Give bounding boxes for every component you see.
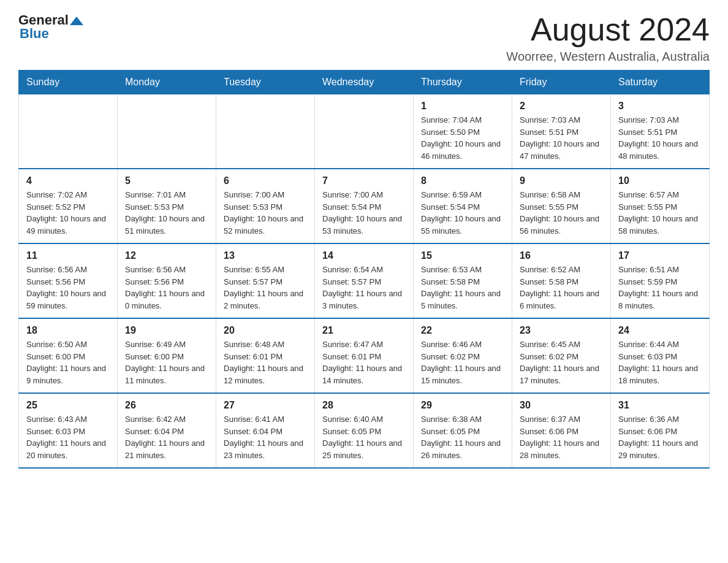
day-number: 16	[520, 250, 603, 261]
day-number: 4	[26, 175, 110, 186]
calendar-day-2: 2Sunrise: 7:03 AMSunset: 5:51 PMDaylight…	[512, 94, 611, 169]
day-info: Sunrise: 6:54 AMSunset: 5:57 PMDaylight:…	[322, 264, 406, 312]
day-info: Sunrise: 7:01 AMSunset: 5:53 PMDaylight:…	[125, 189, 208, 237]
day-info: Sunrise: 6:43 AMSunset: 6:03 PMDaylight:…	[26, 413, 110, 461]
day-info: Sunrise: 7:03 AMSunset: 5:51 PMDaylight:…	[618, 114, 702, 162]
calendar-day-27: 27Sunrise: 6:41 AMSunset: 6:04 PMDayligh…	[216, 393, 315, 468]
day-number: 17	[618, 250, 702, 261]
calendar-day-3: 3Sunrise: 7:03 AMSunset: 5:51 PMDaylight…	[611, 94, 710, 169]
calendar-header-wednesday: Wednesday	[315, 71, 414, 94]
day-number: 20	[224, 325, 307, 336]
day-info: Sunrise: 6:38 AMSunset: 6:05 PMDaylight:…	[421, 413, 504, 461]
day-info: Sunrise: 6:58 AMSunset: 5:55 PMDaylight:…	[520, 189, 603, 237]
calendar-header-saturday: Saturday	[611, 71, 710, 94]
calendar-day-5: 5Sunrise: 7:01 AMSunset: 5:53 PMDaylight…	[118, 169, 216, 243]
day-number: 8	[421, 175, 504, 186]
day-number: 14	[322, 250, 406, 261]
calendar-day-7: 7Sunrise: 7:00 AMSunset: 5:54 PMDaylight…	[315, 169, 414, 243]
day-number: 11	[26, 250, 110, 261]
calendar-header-thursday: Thursday	[414, 71, 512, 94]
day-number: 15	[421, 250, 504, 261]
calendar-day-22: 22Sunrise: 6:46 AMSunset: 6:02 PMDayligh…	[414, 318, 512, 393]
day-info: Sunrise: 6:56 AMSunset: 5:56 PMDaylight:…	[125, 264, 208, 312]
calendar-day-6: 6Sunrise: 7:00 AMSunset: 5:53 PMDaylight…	[216, 169, 315, 243]
calendar-day-23: 23Sunrise: 6:45 AMSunset: 6:02 PMDayligh…	[512, 318, 611, 393]
calendar-header-tuesday: Tuesday	[216, 71, 315, 94]
calendar-day-16: 16Sunrise: 6:52 AMSunset: 5:58 PMDayligh…	[512, 243, 611, 318]
calendar-day-11: 11Sunrise: 6:56 AMSunset: 5:56 PMDayligh…	[19, 243, 118, 318]
day-number: 30	[520, 400, 603, 411]
day-number: 12	[125, 250, 208, 261]
day-number: 21	[322, 325, 406, 336]
logo: General Blue	[18, 12, 83, 42]
day-number: 9	[520, 175, 603, 186]
calendar-day-15: 15Sunrise: 6:53 AMSunset: 5:58 PMDayligh…	[414, 243, 512, 318]
day-info: Sunrise: 7:00 AMSunset: 5:54 PMDaylight:…	[322, 189, 406, 237]
calendar-day-31: 31Sunrise: 6:36 AMSunset: 6:06 PMDayligh…	[611, 393, 710, 468]
calendar-day-30: 30Sunrise: 6:37 AMSunset: 6:06 PMDayligh…	[512, 393, 611, 468]
calendar-day-13: 13Sunrise: 6:55 AMSunset: 5:57 PMDayligh…	[216, 243, 315, 318]
svg-marker-0	[70, 17, 83, 25]
day-info: Sunrise: 6:36 AMSunset: 6:06 PMDaylight:…	[618, 413, 702, 461]
calendar-header-friday: Friday	[512, 71, 611, 94]
calendar-week-row: 4Sunrise: 7:02 AMSunset: 5:52 PMDaylight…	[19, 169, 710, 243]
calendar-table: SundayMondayTuesdayWednesdayThursdayFrid…	[18, 70, 710, 469]
calendar-day-25: 25Sunrise: 6:43 AMSunset: 6:03 PMDayligh…	[19, 393, 118, 468]
calendar-day-21: 21Sunrise: 6:47 AMSunset: 6:01 PMDayligh…	[315, 318, 414, 393]
day-info: Sunrise: 6:42 AMSunset: 6:04 PMDaylight:…	[125, 413, 208, 461]
day-number: 3	[618, 101, 702, 112]
day-number: 19	[125, 325, 208, 336]
calendar-day-12: 12Sunrise: 6:56 AMSunset: 5:56 PMDayligh…	[118, 243, 216, 318]
day-number: 10	[618, 175, 702, 186]
calendar-day-4: 4Sunrise: 7:02 AMSunset: 5:52 PMDaylight…	[19, 169, 118, 243]
day-info: Sunrise: 6:50 AMSunset: 6:00 PMDaylight:…	[26, 339, 110, 386]
calendar-header-sunday: Sunday	[19, 71, 118, 94]
location-subtitle: Woorree, Western Australia, Australia	[506, 50, 710, 64]
day-info: Sunrise: 6:52 AMSunset: 5:58 PMDaylight:…	[520, 264, 603, 312]
day-info: Sunrise: 7:03 AMSunset: 5:51 PMDaylight:…	[520, 114, 603, 162]
day-info: Sunrise: 7:00 AMSunset: 5:53 PMDaylight:…	[224, 189, 307, 237]
day-number: 7	[322, 175, 406, 186]
day-info: Sunrise: 6:46 AMSunset: 6:02 PMDaylight:…	[421, 339, 504, 386]
day-number: 18	[26, 325, 110, 336]
calendar-header-monday: Monday	[118, 71, 216, 94]
day-info: Sunrise: 6:59 AMSunset: 5:54 PMDaylight:…	[421, 189, 504, 237]
calendar-empty-cell	[216, 94, 315, 169]
calendar-week-row: 18Sunrise: 6:50 AMSunset: 6:00 PMDayligh…	[19, 318, 710, 393]
day-info: Sunrise: 6:57 AMSunset: 5:55 PMDaylight:…	[618, 189, 702, 237]
day-info: Sunrise: 6:56 AMSunset: 5:56 PMDaylight:…	[26, 264, 110, 312]
day-info: Sunrise: 6:40 AMSunset: 6:05 PMDaylight:…	[322, 413, 406, 461]
day-info: Sunrise: 7:04 AMSunset: 5:50 PMDaylight:…	[421, 114, 504, 162]
calendar-day-26: 26Sunrise: 6:42 AMSunset: 6:04 PMDayligh…	[118, 393, 216, 468]
day-info: Sunrise: 6:51 AMSunset: 5:59 PMDaylight:…	[618, 264, 702, 312]
calendar-week-row: 11Sunrise: 6:56 AMSunset: 5:56 PMDayligh…	[19, 243, 710, 318]
day-number: 29	[421, 400, 504, 411]
calendar-day-14: 14Sunrise: 6:54 AMSunset: 5:57 PMDayligh…	[315, 243, 414, 318]
day-number: 25	[26, 400, 110, 411]
calendar-day-20: 20Sunrise: 6:48 AMSunset: 6:01 PMDayligh…	[216, 318, 315, 393]
logo-triangle-icon	[70, 14, 83, 28]
calendar-day-29: 29Sunrise: 6:38 AMSunset: 6:05 PMDayligh…	[414, 393, 512, 468]
day-info: Sunrise: 6:53 AMSunset: 5:58 PMDaylight:…	[421, 264, 504, 312]
day-info: Sunrise: 6:47 AMSunset: 6:01 PMDaylight:…	[322, 339, 406, 386]
day-info: Sunrise: 6:45 AMSunset: 6:02 PMDaylight:…	[520, 339, 603, 386]
calendar-empty-cell	[118, 94, 216, 169]
calendar-day-1: 1Sunrise: 7:04 AMSunset: 5:50 PMDaylight…	[414, 94, 512, 169]
day-number: 31	[618, 400, 702, 411]
calendar-day-8: 8Sunrise: 6:59 AMSunset: 5:54 PMDaylight…	[414, 169, 512, 243]
calendar-day-17: 17Sunrise: 6:51 AMSunset: 5:59 PMDayligh…	[611, 243, 710, 318]
day-number: 5	[125, 175, 208, 186]
day-number: 26	[125, 400, 208, 411]
day-number: 2	[520, 101, 603, 112]
day-number: 24	[618, 325, 702, 336]
calendar-empty-cell	[19, 94, 118, 169]
day-info: Sunrise: 6:44 AMSunset: 6:03 PMDaylight:…	[618, 339, 702, 386]
page-header: General Blue August 2024 Woorree, Wester…	[18, 12, 710, 64]
calendar-day-24: 24Sunrise: 6:44 AMSunset: 6:03 PMDayligh…	[611, 318, 710, 393]
calendar-empty-cell	[315, 94, 414, 169]
day-number: 27	[224, 400, 307, 411]
day-info: Sunrise: 7:02 AMSunset: 5:52 PMDaylight:…	[26, 189, 110, 237]
calendar-day-28: 28Sunrise: 6:40 AMSunset: 6:05 PMDayligh…	[315, 393, 414, 468]
day-number: 23	[520, 325, 603, 336]
day-number: 6	[224, 175, 307, 186]
